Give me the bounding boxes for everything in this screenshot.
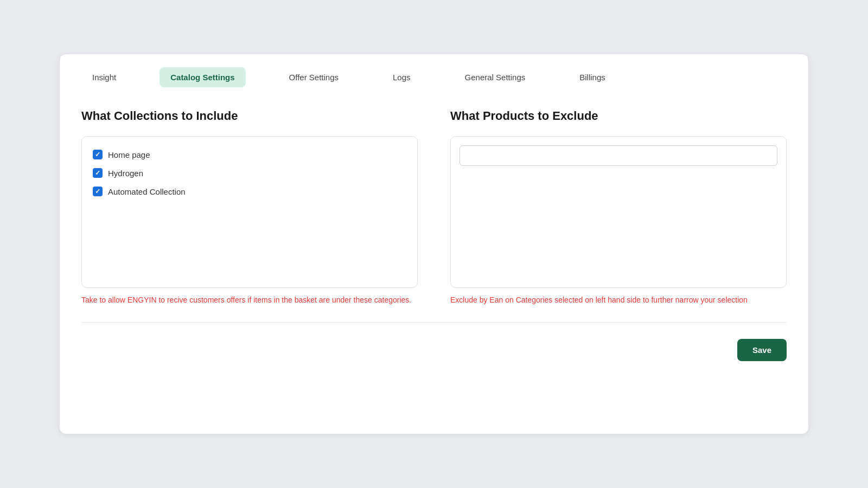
tab-catalog-settings[interactable]: Catalog Settings <box>159 67 245 87</box>
main-card: Insight Catalog Settings Offer Settings … <box>60 54 808 434</box>
checkbox-home-page[interactable]: Home page <box>93 150 406 159</box>
footer-divider <box>81 322 787 323</box>
tab-logs[interactable]: Logs <box>382 67 422 87</box>
footer: Save <box>81 333 787 367</box>
collections-box: Home page Hydrogen Automated Collection <box>81 136 418 288</box>
two-columns: What Collections to Include Home page Hy… <box>81 109 787 306</box>
checkbox-automated-collection-icon[interactable] <box>93 187 103 196</box>
products-column: What Products to Exclude Exclude by Ean … <box>450 109 787 306</box>
products-info-text: Exclude by Ean on Categories selected on… <box>450 294 787 306</box>
checkbox-home-page-label: Home page <box>108 150 150 159</box>
checkbox-automated-collection[interactable]: Automated Collection <box>93 187 406 196</box>
tab-general-settings[interactable]: General Settings <box>454 67 537 87</box>
checkbox-home-page-icon[interactable] <box>93 150 103 159</box>
checkbox-hydrogen[interactable]: Hydrogen <box>93 168 406 178</box>
exclude-box <box>450 136 787 288</box>
checkbox-hydrogen-icon[interactable] <box>93 168 103 178</box>
products-title: What Products to Exclude <box>450 109 787 123</box>
checkbox-hydrogen-label: Hydrogen <box>108 169 143 178</box>
products-search-input[interactable] <box>459 145 777 166</box>
save-button[interactable]: Save <box>737 339 787 361</box>
content-area: What Collections to Include Home page Hy… <box>60 87 808 383</box>
tab-billings[interactable]: Billings <box>569 67 616 87</box>
checkbox-automated-collection-label: Automated Collection <box>108 187 186 196</box>
collections-info-text: Take to allow ENGYIN to recive customers… <box>81 294 418 306</box>
tab-offer-settings[interactable]: Offer Settings <box>278 67 349 87</box>
nav-tabs: Insight Catalog Settings Offer Settings … <box>60 54 808 87</box>
tab-insight[interactable]: Insight <box>81 67 127 87</box>
collections-column: What Collections to Include Home page Hy… <box>81 109 418 306</box>
collections-title: What Collections to Include <box>81 109 418 123</box>
